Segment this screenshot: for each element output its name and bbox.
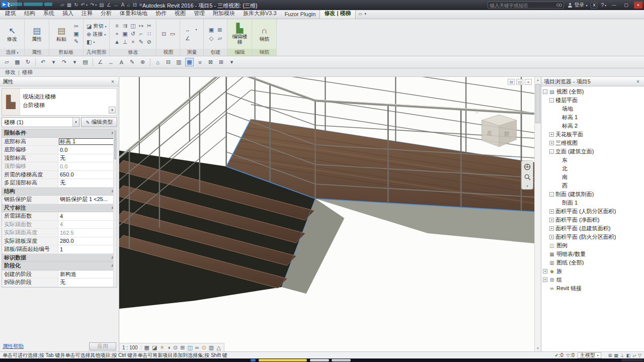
- thin-lines-icon[interactable]: ≡: [196, 58, 204, 66]
- temporary-hide-icon[interactable]: ∞: [195, 344, 199, 351]
- help-button[interactable]: ? ▾: [601, 3, 606, 8]
- scroll-down-icon[interactable]: ▼: [535, 347, 541, 350]
- copy-element-icon[interactable]: ▣: [121, 30, 129, 38]
- extend-icon[interactable]: ↦: [137, 22, 145, 30]
- tree-item[interactable]: 场地: [541, 105, 644, 113]
- maximize-button[interactable]: ▢: [622, 2, 630, 9]
- tree-item[interactable]: +面积平面 (人防分区面积): [541, 207, 644, 216]
- tab-13[interactable]: Fuzor Plugin: [281, 10, 320, 19]
- spot-elevation-icon[interactable]: ⊕: [138, 58, 147, 66]
- scrollbar-thumb[interactable]: [114, 130, 116, 159]
- steering-wheel-icon[interactable]: [524, 163, 531, 170]
- design-option-dropdown[interactable]: 主模型 ▾: [578, 352, 601, 358]
- paste-button[interactable]: ▤ 粘贴: [52, 26, 70, 42]
- show-crop-icon[interactable]: ◫: [187, 344, 192, 351]
- pin-icon[interactable]: ⊥: [121, 38, 129, 46]
- close-inactive-icon[interactable]: ⊠: [206, 58, 215, 66]
- tree-item[interactable]: -楼层平面: [541, 96, 644, 105]
- property-section[interactable]: 标识数据«: [2, 254, 117, 262]
- editable-only-indicator[interactable]: ▽ :0: [566, 352, 574, 358]
- aligned-dimension-icon[interactable]: ↔: [114, 3, 119, 8]
- property-value[interactable]: 4: [58, 212, 117, 220]
- print-icon[interactable]: ▤: [81, 58, 90, 66]
- match-type-icon[interactable]: ✎: [72, 38, 80, 45]
- redo-icon-caret[interactable]: ▾: [70, 58, 79, 66]
- delete-icon[interactable]: ×: [129, 38, 137, 46]
- select-underlay-icon[interactable]: ▦: [614, 353, 618, 358]
- property-value[interactable]: 4: [58, 221, 117, 229]
- tree-item[interactable]: 西: [541, 182, 644, 190]
- expander-icon[interactable]: +: [549, 141, 554, 145]
- chevron-down-icon[interactable]: ▾: [364, 12, 366, 16]
- measure-icon[interactable]: ∠: [96, 58, 105, 66]
- ribbon-state-icon[interactable]: ▭: [359, 12, 363, 16]
- tab-3[interactable]: 系统: [39, 9, 58, 19]
- redo-icon[interactable]: ↷: [90, 3, 94, 8]
- property-value[interactable]: 无: [58, 179, 117, 187]
- undo-icon-caret[interactable]: ▾: [86, 4, 88, 7]
- save-icon[interactable]: ▦: [13, 58, 22, 66]
- expander-icon[interactable]: +: [549, 235, 554, 239]
- minimize-button[interactable]: —: [610, 2, 618, 9]
- tab-9[interactable]: 视图: [171, 9, 190, 19]
- angle-dimension-icon[interactable]: ∠: [184, 35, 191, 42]
- project-browser-header[interactable]: 项目浏览器 - 项目5 ×: [541, 77, 644, 86]
- tab-10[interactable]: 管理: [190, 9, 209, 19]
- properties-button[interactable]: ▤ 属性: [28, 26, 46, 42]
- show-analytical-icon[interactable]: △: [216, 344, 220, 351]
- tree-item[interactable]: -▤视图 (全部): [541, 87, 644, 96]
- drawing-area[interactable]: ⊟▭× ⌂ 左 前: [119, 77, 541, 351]
- panel-label-geometry[interactable]: 几何图形: [84, 49, 109, 56]
- panel-label-edit[interactable]: 编辑: [227, 49, 252, 56]
- expander-icon[interactable]: +: [549, 218, 554, 222]
- save-icon[interactable]: ▦: [67, 3, 71, 8]
- tree-item[interactable]: -剖面 (建筑剖面): [541, 190, 644, 199]
- navigation-bar[interactable]: ▾: [521, 160, 533, 190]
- selection-filter-icon[interactable]: ▽: [638, 353, 641, 358]
- taskbar-start-icon[interactable]: [251, 359, 256, 361]
- array-icon[interactable]: ∷: [145, 30, 153, 38]
- viewport-vertical-scrollbar[interactable]: ▲ ▼: [534, 77, 541, 351]
- sync-icon[interactable]: ↻: [74, 3, 78, 8]
- property-value[interactable]: 280.0: [58, 237, 117, 245]
- property-value[interactable]: 1: [58, 245, 117, 253]
- exchange-apps-icon[interactable]: X: [591, 2, 597, 9]
- tree-item[interactable]: +◆族: [541, 267, 644, 276]
- expander-icon[interactable]: +: [549, 209, 554, 214]
- cut-icon[interactable]: ✂: [72, 23, 80, 30]
- element-selector-dropdown[interactable]: 楼梯 (1) ▾: [2, 117, 79, 127]
- tree-item[interactable]: 剖面 1: [541, 199, 644, 207]
- measure-length-icon[interactable]: ↔: [184, 26, 191, 34]
- edit-stairs-button[interactable]: ▙ 编辑楼梯: [230, 24, 249, 45]
- tree-item[interactable]: ∞Revit 链接: [541, 284, 644, 293]
- select-by-face-icon[interactable]: ◧: [626, 353, 631, 358]
- scrollbar-thumb[interactable]: [535, 84, 540, 123]
- demolish-icon[interactable]: ⊘: [145, 38, 153, 46]
- type-selector[interactable]: ▙ 现场浇注楼梯 台阶楼梯 ▾: [2, 88, 117, 116]
- viewcube-home-icon[interactable]: ⌂: [475, 109, 478, 114]
- panel-label-select[interactable]: 选择▾: [0, 49, 24, 56]
- expander-icon[interactable]: -: [549, 192, 554, 197]
- tab-1[interactable]: 建筑: [1, 9, 20, 19]
- align-icon[interactable]: ≡: [113, 22, 121, 30]
- open-icon[interactable]: ▱: [60, 3, 64, 8]
- reveal-hidden-icon[interactable]: ⊙: [202, 344, 206, 351]
- tag-icon[interactable]: ✎: [128, 58, 136, 66]
- default-3d-icon[interactable]: ⊡: [160, 30, 168, 38]
- close-icon[interactable]: ×: [109, 79, 116, 84]
- undo-icon[interactable]: ↶: [81, 3, 85, 8]
- view-close-icon[interactable]: ×: [525, 79, 532, 85]
- expander-icon[interactable]: +: [549, 132, 554, 137]
- tab-11[interactable]: 附加模块: [209, 9, 239, 19]
- measure-length-icon-caret[interactable]: ▾: [194, 26, 198, 34]
- expander-icon[interactable]: +: [543, 269, 547, 274]
- undo-icon[interactable]: ↶: [39, 58, 47, 66]
- panel-label-create[interactable]: 创建: [204, 49, 227, 56]
- taskbar-app-3[interactable]: [332, 359, 351, 361]
- property-value[interactable]: 无: [58, 279, 117, 287]
- zoom-icon[interactable]: [524, 174, 531, 180]
- property-value[interactable]: 标高 1: [58, 138, 117, 146]
- mirror-icon[interactable]: ◫: [129, 22, 137, 30]
- temporary-view-properties-icon[interactable]: ▥: [209, 344, 214, 351]
- scroll-up-icon[interactable]: ▲: [535, 78, 541, 81]
